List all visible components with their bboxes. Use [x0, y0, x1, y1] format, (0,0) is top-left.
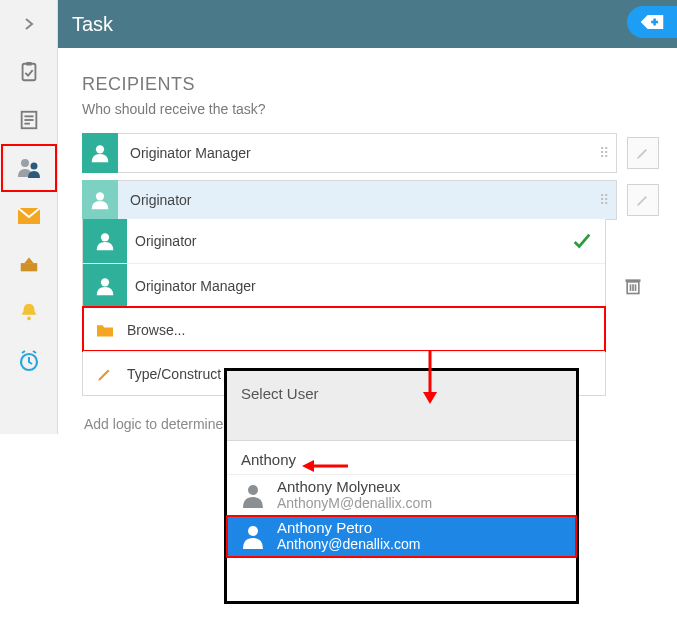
user-result[interactable]: Anthony Molyneux AnthonyM@denallix.com: [227, 475, 576, 516]
chevron-right-icon: [22, 17, 36, 31]
recipient-label-cell: Originator ⠿: [118, 180, 617, 220]
person-icon: [94, 275, 116, 297]
recipient-label: Originator: [130, 192, 191, 208]
select-user-dialog: Select User Anthony Molyneux AnthonyM@de…: [224, 368, 579, 604]
sidebar: [0, 0, 58, 434]
edit-button[interactable]: [627, 184, 659, 216]
sidebar-item-email[interactable]: [1, 192, 57, 240]
recipient-label: Originator Manager: [130, 145, 251, 161]
svg-point-17: [101, 278, 109, 286]
svg-point-6: [21, 159, 29, 167]
pencil-icon: [635, 192, 651, 208]
dialog-header: Select User: [227, 371, 576, 441]
sidebar-item-reminders[interactable]: [1, 288, 57, 336]
svg-rect-1: [26, 62, 32, 66]
user-result[interactable]: Anthony Petro Anthony@denallix.com: [227, 516, 576, 557]
dropdown-item-originator-manager[interactable]: Originator Manager: [83, 263, 605, 307]
person-icon: [89, 189, 111, 211]
user-avatar: [83, 264, 127, 308]
panel-title: Task: [72, 13, 113, 36]
person-icon: [241, 482, 265, 508]
panel-header: Task: [58, 0, 677, 48]
section-heading: RECIPIENTS: [82, 74, 659, 95]
user-search-input[interactable]: [241, 451, 562, 468]
svg-point-7: [30, 163, 37, 170]
result-name: Anthony Petro: [277, 520, 420, 537]
dialog-title: Select User: [241, 385, 319, 402]
svg-point-24: [248, 526, 258, 536]
recipient-row[interactable]: Originator ⠿: [82, 178, 659, 222]
dropdown-item-label: Originator Manager: [135, 278, 256, 294]
svg-point-23: [248, 485, 258, 495]
outbox-icon: [18, 253, 40, 275]
sidebar-item-outbox[interactable]: [1, 240, 57, 288]
result-avatar: [237, 479, 269, 511]
svg-point-10: [27, 317, 31, 321]
folder-icon: [83, 322, 127, 338]
dialog-search: [227, 441, 576, 475]
drag-handle-icon[interactable]: ⠿: [599, 145, 608, 161]
dropdown-item-label: Browse...: [127, 322, 185, 338]
recipient-row[interactable]: Originator Manager ⠿: [82, 131, 659, 175]
sidebar-item-tasks[interactable]: [1, 48, 57, 96]
svg-point-16: [101, 233, 109, 241]
sidebar-item-forms[interactable]: [1, 96, 57, 144]
dropdown-item-label: Originator: [135, 233, 196, 249]
result-email: Anthony@denallix.com: [277, 537, 420, 552]
sidebar-item-recipients[interactable]: [1, 144, 57, 192]
svg-rect-22: [626, 279, 641, 282]
pencil-icon: [635, 145, 651, 161]
svg-point-15: [96, 192, 104, 200]
svg-point-14: [96, 145, 104, 153]
svg-rect-0: [22, 64, 35, 81]
edit-button[interactable]: [627, 137, 659, 169]
people-icon: [16, 157, 42, 179]
svg-rect-9: [20, 263, 37, 271]
recipient-list: Originator Manager ⠿ Originator ⠿: [82, 131, 659, 222]
search-results: Anthony Molyneux AnthonyM@denallix.com A…: [227, 475, 576, 557]
dropdown-item-originator[interactable]: Originator: [83, 219, 605, 263]
dropdown-item-browse[interactable]: Browse...: [83, 307, 605, 351]
bell-icon: [18, 301, 40, 323]
result-avatar: [237, 520, 269, 552]
sidebar-item-schedule[interactable]: [1, 336, 57, 384]
mail-icon: [17, 207, 41, 225]
user-avatar: [82, 180, 118, 220]
document-icon: [18, 109, 40, 131]
person-icon: [241, 523, 265, 549]
user-avatar: [83, 219, 127, 263]
result-email: AnthonyM@denallix.com: [277, 496, 432, 511]
dialog-footer: [227, 557, 576, 601]
person-icon: [89, 142, 111, 164]
add-tag-icon: [639, 12, 665, 32]
clipboard-check-icon: [18, 61, 40, 83]
recipient-label-cell: Originator Manager ⠿: [118, 133, 617, 173]
delete-button[interactable]: [617, 266, 649, 306]
check-icon: [571, 230, 593, 252]
drag-handle-icon[interactable]: ⠿: [599, 192, 608, 208]
result-name: Anthony Molyneux: [277, 479, 432, 496]
section-subtext: Who should receive the task?: [82, 101, 659, 117]
logic-hint: Add logic to determine: [84, 416, 223, 432]
edit-icon: [83, 365, 127, 383]
clock-icon: [17, 348, 41, 372]
recipients-section: RECIPIENTS Who should receive the task? …: [58, 48, 677, 225]
collapse-toggle[interactable]: [1, 0, 57, 48]
add-button[interactable]: [627, 6, 677, 38]
person-icon: [94, 230, 116, 252]
user-avatar: [82, 133, 118, 173]
trash-icon: [623, 275, 643, 297]
